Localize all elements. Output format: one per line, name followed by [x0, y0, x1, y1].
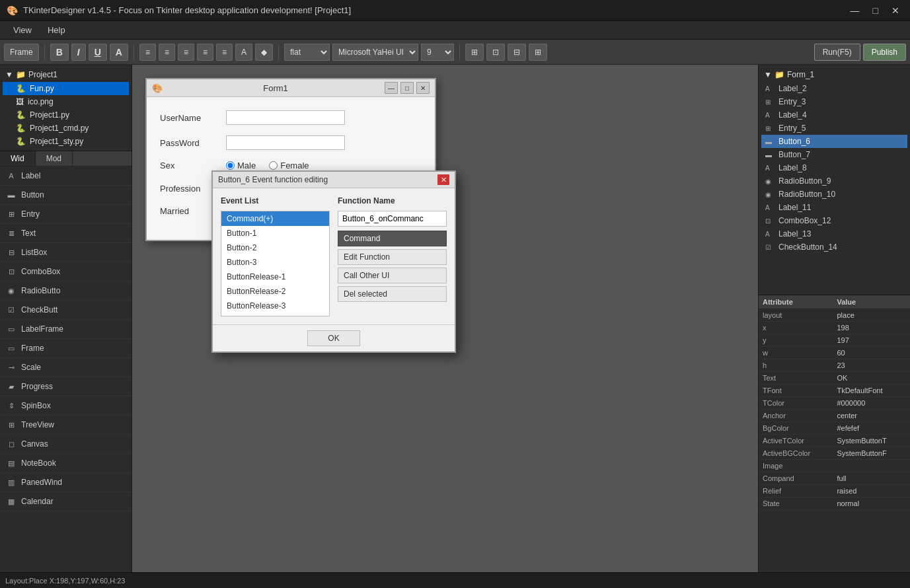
comp-label2[interactable]: A Label_2	[761, 82, 907, 95]
grid-button-3[interactable]: ⊟	[508, 44, 526, 61]
event-ok-button[interactable]: OK	[307, 330, 360, 346]
attr-row: TFontTkDefaultFont	[759, 385, 910, 397]
widget-button-name: Button	[21, 190, 44, 200]
function-name-input[interactable]	[338, 211, 447, 227]
size-select[interactable]: 9 10 12 14	[421, 44, 454, 61]
shape-button[interactable]: ◆	[255, 44, 273, 61]
grid-button-2[interactable]: ⊡	[486, 44, 505, 61]
comp-label11[interactable]: A Label_11	[761, 201, 907, 214]
align-justify-button[interactable]: ≡	[197, 44, 213, 61]
tree-item-project1py[interactable]: 🐍 Project1.py	[3, 108, 129, 122]
radio-female-input[interactable]	[269, 161, 278, 170]
event-item-buttonrelease2[interactable]: ButtonRelease-2	[221, 284, 329, 299]
widget-scale[interactable]: ⊸ Scale	[0, 358, 132, 377]
event-item-button1[interactable]: Button-1	[221, 226, 329, 240]
call-other-ui-button[interactable]: Call Other UI	[338, 268, 447, 283]
menu-view[interactable]: View	[5, 22, 40, 38]
align-right-button[interactable]: ≡	[178, 44, 194, 61]
tree-item-icopng[interactable]: 🖼 ico.png	[3, 95, 129, 108]
comp-label8[interactable]: A Label_8	[761, 161, 907, 174]
event-item-button2[interactable]: Button-2	[221, 240, 329, 255]
maximize-button[interactable]: □	[869, 4, 882, 17]
edit-function-button[interactable]: Edit Function	[338, 249, 447, 265]
project-header[interactable]: ▼ 📁 Project1	[3, 67, 129, 82]
comp-label13-name: Label_13	[778, 229, 811, 239]
comp-label13[interactable]: A Label_13	[761, 227, 907, 240]
command-action-button[interactable]: Command	[338, 231, 447, 246]
align-center-button[interactable]: ≡	[159, 44, 175, 61]
event-list[interactable]: Command(+) Button-1 Button-2 Button-3 Bu…	[221, 211, 330, 316]
password-input[interactable]	[226, 135, 345, 150]
tree-item-project1cmdpy[interactable]: 🐍 Project1_cmd.py	[3, 122, 129, 135]
sex-radio-female[interactable]: Female	[269, 161, 309, 170]
event-close-button[interactable]: ✕	[437, 174, 449, 185]
comp-radiobutton10[interactable]: ◉ RadioButton_10	[761, 188, 907, 201]
widget-listbox[interactable]: ⊟ ListBox	[0, 243, 132, 262]
tab-wid[interactable]: Wid	[0, 151, 36, 166]
widget-notebook[interactable]: ▤ NoteBook	[0, 454, 132, 473]
event-item-command[interactable]: Command(+)	[221, 211, 329, 226]
comp-radiobutton9-icon: ◉	[765, 178, 776, 185]
widget-panedwindow[interactable]: ▥ PanedWind	[0, 473, 132, 492]
widget-canvas[interactable]: ◻ Canvas	[0, 435, 132, 454]
bold-button[interactable]: B	[50, 44, 69, 61]
comp-entry5[interactable]: ⊞ Entry_5	[761, 122, 907, 135]
align-left-button[interactable]: ≡	[139, 44, 156, 61]
event-item-buttonrelease1[interactable]: ButtonRelease-1	[221, 270, 329, 284]
tab-mod[interactable]: Mod	[36, 151, 73, 166]
minimize-button[interactable]: —	[847, 4, 864, 17]
event-item-buttonrelease3[interactable]: ButtonRelease-3	[221, 299, 329, 313]
username-label: UserName	[160, 113, 226, 123]
widget-frame[interactable]: ▭ Frame	[0, 339, 132, 358]
radio-male-input[interactable]	[226, 161, 235, 170]
attr-value: full	[833, 472, 910, 485]
grid-button-4[interactable]: ⊞	[529, 44, 547, 61]
widget-spinbox[interactable]: ⇕ SpinBox	[0, 396, 132, 416]
widget-combobox[interactable]: ⊡ ComboBox	[0, 262, 132, 281]
event-list-header: Event List	[221, 196, 330, 205]
event-item-button3[interactable]: Button-3	[221, 255, 329, 270]
widget-listbox-name: ListBox	[21, 248, 47, 257]
tree-item-funpy[interactable]: 🐍 Fun.py	[3, 82, 129, 95]
comp-tree-icon: 📁	[775, 70, 784, 79]
comp-entry3[interactable]: ⊞ Entry_3	[761, 95, 907, 108]
window-controls: — □ ✕	[847, 4, 903, 17]
del-selected-button[interactable]: Del selected	[338, 286, 447, 302]
widget-label[interactable]: A Label	[0, 166, 132, 186]
style-select[interactable]: flat raised sunken groove	[284, 44, 330, 61]
font-color-button[interactable]: A	[235, 44, 252, 61]
username-input[interactable]	[226, 110, 345, 125]
comp-button7[interactable]: ▬ Button_7	[761, 148, 907, 161]
widget-radiobutton[interactable]: ◉ RadioButto	[0, 281, 132, 301]
form1-minimize[interactable]: —	[385, 82, 398, 94]
widget-text[interactable]: ≣ Text	[0, 224, 132, 243]
font-select[interactable]: Microsoft YaHei UI	[332, 44, 418, 61]
run-button[interactable]: Run(F5)	[814, 44, 860, 61]
close-button[interactable]: ✕	[888, 4, 903, 17]
comp-checkbutton14[interactable]: ☑ CheckButton_14	[761, 240, 907, 254]
comp-combobox12[interactable]: ⊡ ComboBox_12	[761, 214, 907, 227]
menu-help[interactable]: Help	[40, 22, 73, 38]
sex-radio-male[interactable]: Male	[226, 161, 256, 170]
grid-button-1[interactable]: ⊞	[465, 44, 484, 61]
text-align-button[interactable]: ≡	[216, 44, 233, 61]
comp-button6[interactable]: ▬ Button_6	[761, 135, 907, 148]
widget-progress[interactable]: ▰ Progress	[0, 377, 132, 396]
form1-close[interactable]: ✕	[416, 82, 430, 94]
comp-radiobutton9[interactable]: ◉ RadioButton_9	[761, 174, 907, 188]
publish-button[interactable]: Publish	[863, 44, 906, 61]
font-a-button[interactable]: A	[110, 44, 128, 61]
widget-button[interactable]: ▬ Button	[0, 186, 132, 205]
widget-entry[interactable]: ⊞ Entry	[0, 205, 132, 224]
widget-calendar[interactable]: ▦ Calendar	[0, 492, 132, 511]
tree-item-project1stypy[interactable]: 🐍 Project1_sty.py	[3, 135, 129, 148]
widget-treeview[interactable]: ⊞ TreeView	[0, 416, 132, 435]
widget-labelframe[interactable]: ▭ LabelFrame	[0, 320, 132, 339]
comp-label4[interactable]: A Label_4	[761, 108, 907, 122]
widget-checkbutton[interactable]: ☑ CheckButt	[0, 301, 132, 320]
italic-button[interactable]: I	[71, 44, 86, 61]
comp-checkbutton14-name: CheckButton_14	[778, 242, 837, 252]
form1-maximize[interactable]: □	[400, 82, 414, 94]
underline-button[interactable]: U	[89, 44, 107, 61]
frame-button[interactable]: Frame	[4, 44, 39, 61]
